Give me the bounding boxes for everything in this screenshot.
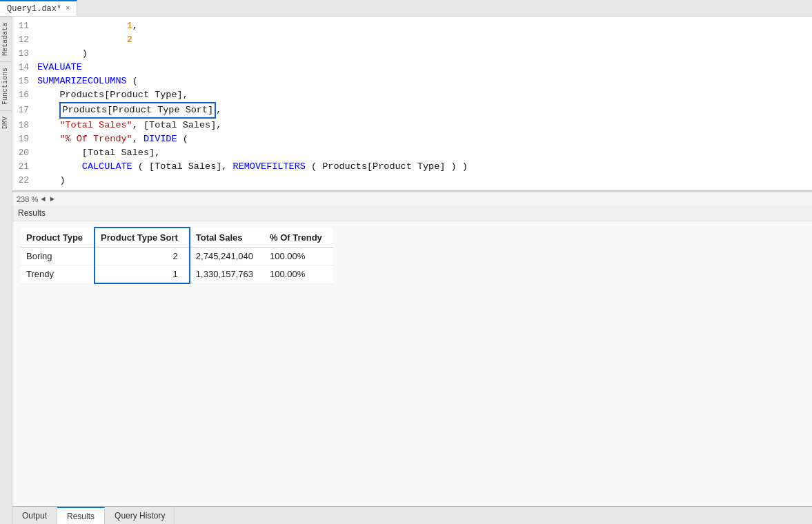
main-area: Metadata Functions DMV 11 1,12 213 )14EV… xyxy=(0,17,812,524)
code-token xyxy=(37,134,59,144)
line-number: 17 xyxy=(12,103,34,117)
code-token: 2 xyxy=(127,34,132,45)
line-content: "% Of Trendy", DIVIDE ( xyxy=(34,132,812,146)
table-header: Product Type xyxy=(21,228,95,248)
table-header: Product Type Sort xyxy=(95,228,190,248)
code-token: [Total Sales], xyxy=(37,148,160,158)
table-cell: 100.00% xyxy=(264,248,333,265)
tab-close-button[interactable]: × xyxy=(66,5,70,12)
code-token: , xyxy=(216,105,221,115)
line-number: 12 xyxy=(12,33,34,47)
code-token: DIVIDE xyxy=(143,134,177,144)
code-token xyxy=(37,48,82,59)
content-area: 11 1,12 213 )14EVALUATE15SUMMARIZECOLUMN… xyxy=(12,17,812,524)
side-labels: Metadata Functions DMV xyxy=(0,17,12,524)
line-number: 22 xyxy=(12,174,34,188)
line-content: SUMMARIZECOLUMNS ( xyxy=(34,74,812,88)
table-header: % Of Trendy xyxy=(264,228,333,248)
sidebar-item-dmv[interactable]: DMV xyxy=(0,110,12,134)
line-content: [Total Sales], xyxy=(34,146,812,160)
code-token: 1 xyxy=(127,21,132,31)
zoom-arrows[interactable]: ◄ ► xyxy=(41,195,55,203)
code-token: ) xyxy=(37,175,66,185)
code-line: 22 ) xyxy=(12,174,812,188)
line-content: "Total Sales", [Total Sales], xyxy=(34,119,812,132)
line-number: 11 xyxy=(12,19,34,33)
code-token: ) xyxy=(82,48,88,59)
code-token xyxy=(37,21,127,31)
code-line: 12 2 xyxy=(12,33,812,47)
code-line: 17 Products[Product Type Sort], xyxy=(12,102,812,119)
results-table: Product TypeProduct Type SortTotal Sales… xyxy=(21,227,333,284)
line-number: 14 xyxy=(12,61,34,74)
results-table-wrapper: Product TypeProduct Type SortTotal Sales… xyxy=(12,221,812,506)
zoom-level: 238 % xyxy=(17,195,38,203)
line-number: 15 xyxy=(12,74,34,88)
code-token: , xyxy=(132,21,138,31)
line-content: Products[Product Type Sort], xyxy=(34,102,812,119)
tab-bar: Query1.dax* × xyxy=(0,0,812,17)
table-cell: Trendy xyxy=(21,265,95,284)
table-cell: 1 xyxy=(95,265,190,284)
code-line: 14EVALUATE xyxy=(12,61,812,74)
code-token: Products[Product Type], xyxy=(37,90,188,100)
table-cell: 2 xyxy=(95,248,190,265)
table-cell: Boring xyxy=(21,248,95,265)
results-section: Results Product TypeProduct Type SortTot… xyxy=(12,205,812,506)
code-token xyxy=(37,120,59,130)
code-editor[interactable]: 11 1,12 213 )14EVALUATE15SUMMARIZECOLUMN… xyxy=(12,17,812,192)
code-token xyxy=(37,34,127,45)
line-number: 20 xyxy=(12,146,34,160)
results-header: Results xyxy=(12,205,812,221)
code-token: REMOVEFILTERS xyxy=(233,161,306,172)
line-content: 2 xyxy=(34,33,812,47)
code-token: , [Total Sales], xyxy=(132,120,222,130)
table-cell: 100.00% xyxy=(264,265,333,284)
code-token: ( xyxy=(127,76,138,86)
code-token: CALCULATE xyxy=(82,161,132,172)
code-line: 19 "% Of Trendy", DIVIDE ( xyxy=(12,132,812,146)
code-token xyxy=(37,105,59,115)
code-token: , xyxy=(132,134,143,144)
code-token xyxy=(37,161,82,172)
bottom-tab-bar: OutputResultsQuery History xyxy=(12,506,812,524)
table-row: Boring22,745,241,040100.00% xyxy=(21,248,333,265)
line-number: 18 xyxy=(12,119,34,132)
bottom-tab-output[interactable]: Output xyxy=(12,507,57,524)
bottom-tab-query-history[interactable]: Query History xyxy=(105,507,175,524)
code-line: 20 [Total Sales], xyxy=(12,146,812,160)
code-token: "Total Sales" xyxy=(59,120,132,130)
line-content: Products[Product Type], xyxy=(34,88,812,102)
bottom-tab-results[interactable]: Results xyxy=(57,507,105,524)
code-token: Products[Product Type Sort] xyxy=(62,105,213,115)
table-cell: 1,330,157,763 xyxy=(190,265,264,284)
sidebar-item-metadata[interactable]: Metadata xyxy=(0,17,12,61)
table-row: Trendy11,330,157,763100.00% xyxy=(21,265,333,284)
line-number: 19 xyxy=(12,132,34,146)
code-token: ( [Total Sales], xyxy=(132,161,233,172)
line-content: EVALUATE xyxy=(34,61,812,74)
code-line: 16 Products[Product Type], xyxy=(12,88,812,102)
code-line: 15SUMMARIZECOLUMNS ( xyxy=(12,74,812,88)
code-line: 21 CALCULATE ( [Total Sales], REMOVEFILT… xyxy=(12,160,812,174)
code-line: 18 "Total Sales", [Total Sales], xyxy=(12,119,812,132)
code-token: SUMMARIZECOLUMNS xyxy=(37,76,127,86)
table-cell: 2,745,241,040 xyxy=(190,248,264,265)
query-tab[interactable]: Query1.dax* × xyxy=(0,0,77,16)
table-header: Total Sales xyxy=(190,228,264,248)
code-line: 13 ) xyxy=(12,47,812,61)
line-number: 16 xyxy=(12,88,34,102)
line-content: ) xyxy=(34,174,812,188)
zoom-bar: 238 % ◄ ► xyxy=(12,192,812,205)
code-line: 11 1, xyxy=(12,19,812,33)
sidebar-item-functions[interactable]: Functions xyxy=(0,61,12,110)
highlight-box: Products[Product Type Sort] xyxy=(59,102,216,119)
code-token: "% Of Trendy" xyxy=(59,134,132,144)
code-token: EVALUATE xyxy=(37,62,82,72)
tab-label: Query1.dax* xyxy=(7,4,61,14)
line-content: CALCULATE ( [Total Sales], REMOVEFILTERS… xyxy=(34,160,812,174)
code-token: ( Products[Product Type] ) ) xyxy=(306,161,468,172)
line-content: ) xyxy=(34,47,812,61)
line-content: 1, xyxy=(34,19,812,33)
line-number: 21 xyxy=(12,160,34,174)
